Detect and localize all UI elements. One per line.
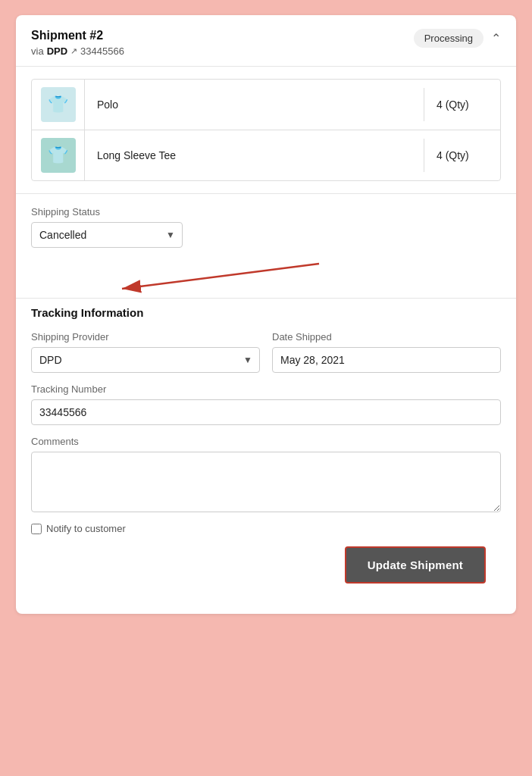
item-thumbnail-1: 👕	[41, 138, 76, 173]
provider-select-wrapper: DPD UPS FedEx DHL USPS ▼	[31, 347, 260, 373]
shipping-status-section: Shipping Status Pending Processing Shipp…	[16, 194, 516, 260]
annotation-arrow-wrapper	[31, 260, 501, 298]
comments-textarea[interactable]	[31, 452, 501, 512]
item-name-0: Polo	[85, 88, 424, 121]
shipping-status-select[interactable]: Pending Processing Shipped Delivered Can…	[31, 222, 183, 248]
bottom-row: Update Shipment	[31, 546, 501, 599]
header-tracking-number: 33445566	[80, 45, 124, 57]
tracking-number-label: Tracking Number	[31, 383, 501, 395]
date-input[interactable]	[272, 347, 501, 373]
date-group: Date Shipped	[272, 331, 501, 373]
provider-date-row: Shipping Provider DPD UPS FedEx DHL USPS…	[31, 331, 501, 373]
comments-label: Comments	[31, 436, 501, 447]
tracking-section: Tracking Information Shipping Provider D…	[16, 299, 516, 614]
svg-line-1	[122, 264, 319, 289]
item-image-cell-0: 👕	[32, 80, 85, 130]
shirt-icon-0: 👕	[48, 95, 68, 114]
item-image-cell-1: 👕	[32, 130, 85, 180]
header-divider	[16, 66, 516, 67]
shipping-status-label: Shipping Status	[31, 206, 501, 217]
notify-checkbox[interactable]	[31, 524, 42, 534]
provider-name: DPD	[47, 45, 67, 57]
table-row: 👕 Polo 4 (Qty)	[32, 80, 500, 130]
item-name-1: Long Sleeve Tee	[85, 139, 424, 172]
notify-row: Notify to customer	[31, 523, 501, 534]
shirt-icon-1: 👕	[48, 146, 68, 165]
provider-select[interactable]: DPD UPS FedEx DHL USPS	[31, 347, 260, 373]
item-thumbnail-0: 👕	[41, 87, 76, 122]
status-badge: Processing	[414, 29, 483, 48]
item-qty-1: 4 (Qty)	[424, 139, 500, 172]
comments-group: Comments	[31, 436, 501, 512]
via-label: via	[31, 45, 44, 57]
shipment-card: Shipment #2 via DPD ↗ 33445566 Processin…	[16, 15, 516, 614]
tracking-number-input[interactable]	[31, 399, 501, 425]
item-qty-0: 4 (Qty)	[424, 88, 500, 121]
tracking-title: Tracking Information	[31, 306, 501, 319]
provider-group: Shipping Provider DPD UPS FedEx DHL USPS…	[31, 331, 260, 373]
shipment-title-block: Shipment #2 via DPD ↗ 33445566	[31, 29, 124, 57]
notify-label: Notify to customer	[46, 523, 126, 534]
shipment-title: Shipment #2	[31, 29, 124, 42]
header-right: Processing ⌃	[414, 29, 501, 48]
items-table: 👕 Polo 4 (Qty) 👕 Long Sleeve Tee 4 (Qty)	[31, 79, 501, 181]
chevron-up-icon[interactable]: ⌃	[491, 31, 501, 45]
date-label: Date Shipped	[272, 331, 501, 343]
update-shipment-button[interactable]: Update Shipment	[345, 546, 486, 584]
table-row: 👕 Long Sleeve Tee 4 (Qty)	[32, 130, 500, 180]
external-link-icon[interactable]: ↗	[70, 46, 77, 56]
shipping-status-select-wrapper: Pending Processing Shipped Delivered Can…	[31, 222, 183, 248]
annotation-arrow-svg	[31, 260, 334, 298]
shipment-header: Shipment #2 via DPD ↗ 33445566 Processin…	[16, 15, 516, 66]
tracking-number-group: Tracking Number	[31, 383, 501, 425]
shipment-via: via DPD ↗ 33445566	[31, 45, 124, 57]
provider-label: Shipping Provider	[31, 331, 260, 343]
